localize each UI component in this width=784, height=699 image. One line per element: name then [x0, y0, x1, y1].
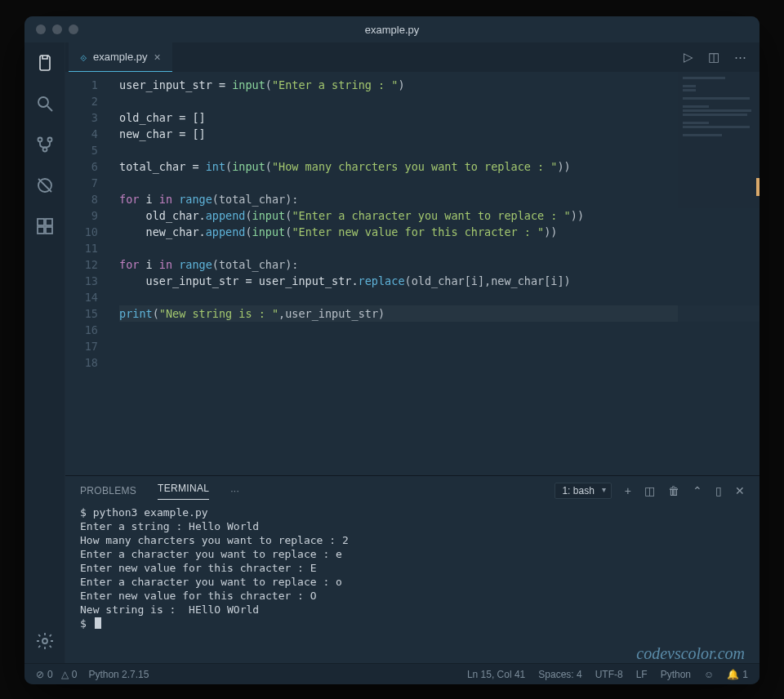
svg-point-2 [38, 138, 42, 142]
svg-point-0 [38, 97, 48, 107]
line-number: 11 [65, 240, 98, 256]
new-terminal-icon[interactable]: + [625, 484, 631, 497]
minimap[interactable] [678, 72, 760, 475]
tab-example-py[interactable]: ⟐ example.py × [69, 42, 172, 72]
vscode-window: example.py [24, 16, 760, 684]
svg-rect-7 [46, 219, 52, 225]
code-line[interactable]: user_input_str = input("Enter a string :… [119, 77, 760, 93]
code-line[interactable]: old_char.append(input("Enter a character… [119, 207, 760, 224]
status-errors[interactable]: ⊘ 0 △ 0 [36, 669, 77, 680]
tab-close-icon[interactable]: × [154, 51, 160, 64]
explorer-icon[interactable] [34, 52, 56, 73]
main-column: ⟐ example.py × ▷ ◫ ⋯ 1234567891011121314… [65, 42, 760, 663]
close-window-button[interactable] [36, 24, 46, 34]
more-actions-icon[interactable]: ⋯ [734, 50, 746, 65]
maximize-window-button[interactable] [69, 24, 78, 34]
code-line[interactable] [119, 338, 760, 354]
terminal-line: $ python3 example.py [80, 505, 745, 519]
line-number: 7 [65, 175, 98, 191]
terminal-line: New string is : HEllO WOrld [80, 603, 745, 617]
line-number: 17 [65, 338, 98, 354]
bell-icon: 🔔 [727, 669, 739, 680]
line-number: 3 [65, 109, 98, 126]
line-number: 6 [65, 158, 98, 175]
error-icon: ⊘ [36, 669, 44, 680]
terminal-selector[interactable]: 1: bash [555, 483, 611, 499]
tab-terminal[interactable]: TERMINAL [158, 483, 209, 500]
status-language[interactable]: Python [661, 669, 691, 680]
titlebar: example.py [24, 16, 760, 42]
activity-bar [24, 42, 65, 663]
editor-actions: ▷ ◫ ⋯ [684, 50, 760, 65]
line-number: 14 [65, 289, 98, 305]
tab-label: example.py [93, 51, 147, 63]
status-indentation[interactable]: Spaces: 4 [538, 669, 581, 680]
terminal-line: Enter a string : Hello World [80, 519, 745, 533]
settings-gear-icon[interactable] [34, 630, 56, 652]
minimize-window-button[interactable] [52, 24, 62, 34]
traffic-lights [24, 24, 78, 34]
run-icon[interactable]: ▷ [684, 50, 693, 65]
extensions-icon[interactable] [34, 216, 56, 237]
code-line[interactable]: for i in range(total_char): [119, 256, 760, 273]
code-line[interactable]: for i in range(total_char): [119, 191, 760, 207]
code-line[interactable]: user_input_str = user_input_str.replace(… [119, 273, 760, 289]
kill-terminal-icon[interactable]: 🗑 [668, 484, 679, 497]
status-bar: ⊘ 0 △ 0 Python 2.7.15 Ln 15, Col 41 Spac… [24, 663, 760, 684]
split-editor-icon[interactable]: ◫ [708, 50, 719, 65]
window-title: example.py [24, 24, 760, 36]
terminal-line: Enter new value for this chracter : E [80, 561, 745, 575]
line-number: 12 [65, 256, 98, 273]
minimap-viewport-indicator [756, 178, 760, 196]
line-number: 13 [65, 273, 98, 289]
line-number: 5 [65, 142, 98, 158]
code-area[interactable]: user_input_str = input("Enter a string :… [111, 72, 760, 475]
code-line[interactable] [119, 289, 760, 305]
status-cursor-position[interactable]: Ln 15, Col 41 [467, 669, 525, 680]
bottom-panel: PROBLEMS TERMINAL ··· 1: bash + ◫ 🗑 ⌃ ▯ … [65, 475, 760, 663]
terminal-line: Enter new value for this chracter : O [80, 589, 745, 603]
close-panel-icon[interactable]: ✕ [735, 484, 745, 497]
code-line[interactable] [119, 354, 760, 371]
line-number: 2 [65, 93, 98, 109]
svg-point-10 [42, 639, 47, 643]
svg-rect-6 [38, 219, 44, 225]
code-line[interactable]: print("New string is : ",user_input_str) [119, 305, 760, 322]
editor-tabs-row: ⟐ example.py × ▷ ◫ ⋯ [65, 42, 760, 72]
source-control-icon[interactable] [34, 134, 56, 155]
code-line[interactable]: new_char.append(input("Enter new value f… [119, 224, 760, 240]
terminal-line: How many charcters you want to replace :… [80, 533, 745, 547]
code-line[interactable] [119, 142, 760, 158]
split-terminal-icon[interactable]: ◫ [644, 484, 655, 497]
status-feedback-icon[interactable]: ☺ [704, 669, 714, 680]
status-encoding[interactable]: UTF-8 [595, 669, 623, 680]
svg-line-1 [47, 106, 52, 111]
code-line[interactable]: new_char = [] [119, 126, 760, 142]
code-line[interactable] [119, 322, 760, 338]
line-number: 10 [65, 224, 98, 240]
code-line[interactable]: old_char = [] [119, 109, 760, 126]
status-notifications[interactable]: 🔔 1 [727, 669, 748, 680]
maximize-panel-icon[interactable]: ▯ [715, 484, 722, 497]
code-line[interactable] [119, 175, 760, 191]
code-line[interactable] [119, 93, 760, 109]
terminal-output[interactable]: $ python3 example.pyEnter a string : Hel… [65, 505, 760, 666]
debug-icon[interactable] [34, 175, 56, 196]
line-number: 15 [65, 305, 98, 322]
tab-problems[interactable]: PROBLEMS [80, 485, 136, 496]
tab-more[interactable]: ··· [230, 485, 239, 496]
code-line[interactable]: total_char = int(input("How many charcte… [119, 158, 760, 175]
line-number: 16 [65, 322, 98, 338]
status-eol[interactable]: LF [636, 669, 648, 680]
terminal-line: Enter a character you want to replace : … [80, 547, 745, 561]
status-python-version[interactable]: Python 2.7.15 [88, 669, 149, 680]
chevron-up-icon[interactable]: ⌃ [693, 484, 702, 497]
terminal-line: Enter a character you want to replace : … [80, 575, 745, 589]
code-editor[interactable]: 123456789101112131415161718 user_input_s… [65, 72, 760, 475]
code-line[interactable] [119, 240, 760, 256]
search-icon[interactable] [34, 93, 56, 114]
svg-rect-9 [46, 227, 52, 234]
line-number: 1 [65, 77, 98, 93]
terminal-line: $ [80, 617, 745, 630]
svg-rect-8 [38, 227, 44, 234]
